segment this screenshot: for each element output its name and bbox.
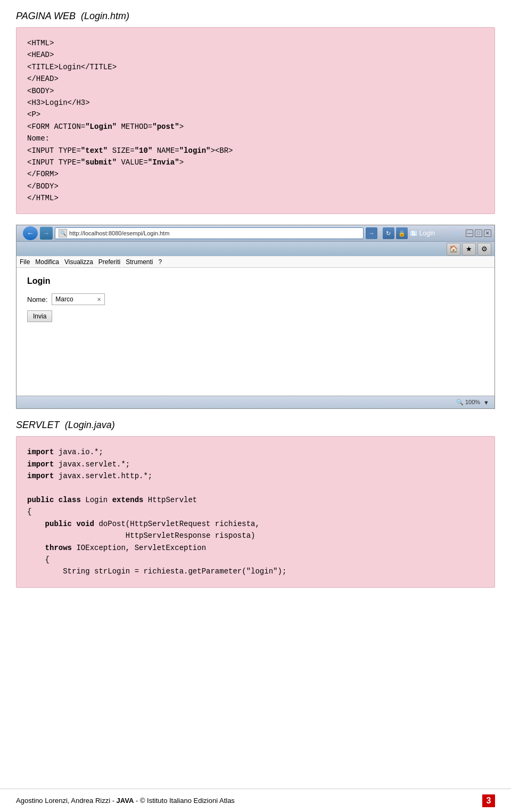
tab-x[interactable]: ✕ — [453, 229, 458, 237]
browser-content: Login Nome: Marco ✕ Invia — [17, 268, 494, 396]
footer-text: Agostino Lorenzi, Andrea Rizzi - JAVA - … — [16, 797, 235, 805]
back-button[interactable]: ← — [23, 226, 38, 240]
menu-help[interactable]: ? — [159, 258, 162, 266]
url-text: http://localhost:8080/esempi/Login.htm — [69, 230, 169, 236]
code-line: </HTML> — [27, 192, 484, 204]
security-icon[interactable]: 🔒 — [396, 227, 408, 239]
submit-label: Invia — [33, 313, 46, 320]
code-line: public void doPost(HttpServletRequest ri… — [27, 518, 484, 530]
section2-filename: (Login.java) — [65, 420, 115, 430]
code-line: <TITLE>Login</TITLE> — [27, 61, 484, 73]
page-container: PAGINA WEB (Login.htm) <HTML> <HEAD> <TI… — [0, 0, 511, 620]
menu-preferiti[interactable]: Preferiti — [98, 258, 120, 266]
submit-button[interactable]: Invia — [27, 310, 52, 322]
html-code-block: <HTML> <HEAD> <TITLE>Login</TITLE> </HEA… — [16, 27, 495, 214]
page-number: 3 — [482, 794, 495, 807]
browser-statusbar: 🔍 100% ▼ — [17, 396, 494, 408]
code-line: Nome: — [27, 133, 484, 144]
forward-button[interactable]: → — [40, 227, 53, 240]
code-line: public class Login extends HttpServlet — [27, 494, 484, 506]
form-label: Nome: — [27, 296, 47, 304]
favorites-button[interactable]: ★ — [462, 243, 476, 256]
menu-modifica[interactable]: Modifica — [35, 258, 59, 266]
section1-header: PAGINA WEB (Login.htm) — [16, 11, 495, 22]
input-value: Marco — [55, 296, 73, 303]
code-line: <INPUT TYPE="submit" VALUE="Invia"> — [27, 157, 484, 168]
code-line: import javax.servlet.http.*; — [27, 470, 484, 482]
page-footer: Agostino Lorenzi, Andrea Rizzi - JAVA - … — [0, 789, 511, 812]
menu-visualizza[interactable]: Visualizza — [64, 258, 93, 266]
code-line: <INPUT TYPE="text" SIZE="10" NAME="login… — [27, 145, 484, 157]
tab-title-text: Login — [419, 229, 435, 237]
close-button[interactable]: ✕ — [484, 229, 491, 237]
address-icon: 🔍 — [59, 229, 67, 237]
menu-strumenti[interactable]: Strumenti — [126, 258, 153, 266]
section2-header: SERVLET (Login.java) — [16, 420, 495, 431]
code-line: </BODY> — [27, 181, 484, 192]
home-button[interactable]: 🏠 — [447, 243, 460, 256]
code-line — [27, 482, 484, 494]
code-line: </HEAD> — [27, 73, 484, 85]
java-code-block: import java.io.*; import javax.servlet.*… — [16, 436, 495, 587]
minimize-button[interactable]: — — [466, 229, 473, 237]
page-icon: 📄 — [410, 230, 417, 236]
settings-button[interactable]: ⚙ — [477, 243, 491, 256]
zoom-dropdown[interactable]: ▼ — [483, 399, 489, 406]
code-line: { — [27, 554, 484, 565]
browser-titlebar: ← → 🔍 http://localhost:8080/esempi/Login… — [17, 225, 494, 241]
code-line-throws: throws IOException, ServletException — [27, 542, 484, 554]
address-bar[interactable]: 🔍 http://localhost:8080/esempi/Login.htm — [55, 227, 364, 239]
code-line: import java.io.*; — [27, 446, 484, 458]
code-line: <HTML> — [27, 37, 484, 49]
toolbar-icons: ↻ 🔒 — [383, 227, 408, 239]
code-line: <HEAD> — [27, 49, 484, 61]
refresh-icon[interactable]: ↻ — [383, 227, 394, 239]
browser-window: ← → 🔍 http://localhost:8080/esempi/Login… — [16, 225, 495, 409]
section1-label: PAGINA WEB — [16, 11, 76, 21]
input-clear-icon[interactable]: ✕ — [97, 297, 101, 302]
code-line: </FORM> — [27, 168, 484, 180]
code-line: <BODY> — [27, 85, 484, 97]
code-line: import javax.servlet.*; — [27, 458, 484, 470]
browser-menubar: File Modifica Visualizza Preferiti Strum… — [17, 256, 494, 268]
menu-file[interactable]: File — [20, 258, 30, 266]
zoom-level: 🔍 100% — [456, 399, 480, 406]
browser-form-row: Nome: Marco ✕ — [27, 293, 484, 305]
browser-page-heading: Login — [27, 276, 484, 286]
section1-filename: (Login.htm) — [81, 11, 129, 21]
search-button[interactable]: → — [366, 227, 377, 239]
browser-nav-bar: 🏠 ★ ⚙ — [17, 241, 494, 256]
code-line: String strLogin = richiesta.getParameter… — [27, 565, 484, 577]
code-line: <FORM ACTION="Login" METHOD="post"> — [27, 121, 484, 133]
code-line: HttpServletResponse risposta) — [27, 530, 484, 542]
section2-label: SERVLET — [16, 420, 60, 430]
maximize-button[interactable]: □ — [475, 229, 482, 237]
login-input[interactable]: Marco ✕ — [52, 293, 105, 305]
code-line: <H3>Login</H3> — [27, 97, 484, 109]
code-line: <P> — [27, 109, 484, 120]
code-line: { — [27, 506, 484, 518]
